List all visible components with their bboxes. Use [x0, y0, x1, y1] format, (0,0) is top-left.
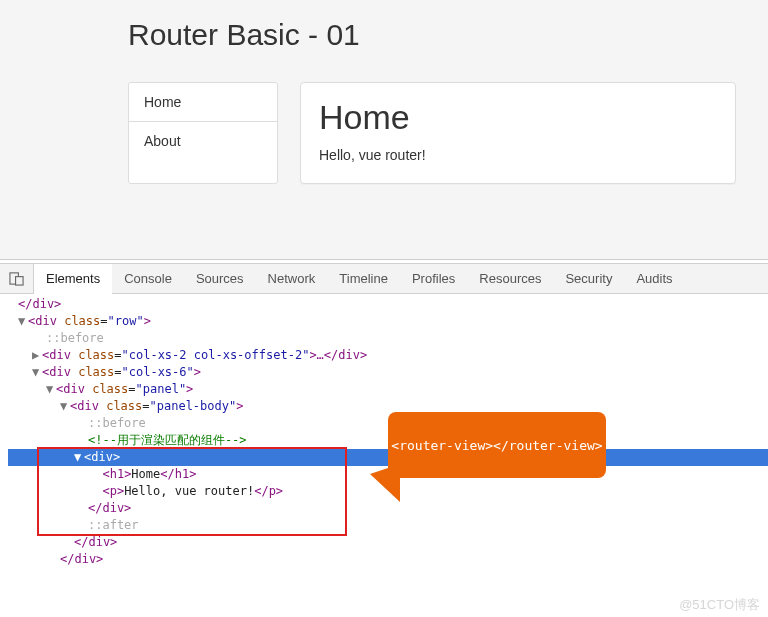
annotation-callout: <router-view></router-view>: [388, 412, 606, 478]
nav-item-about[interactable]: About: [129, 122, 277, 160]
dom-pseudo: ::after: [8, 517, 768, 534]
callout-text: <router-view></router-view>: [391, 437, 602, 454]
svg-rect-1: [16, 277, 24, 285]
devtools-tabs: Elements Console Sources Network Timelin…: [0, 264, 768, 294]
tab-console[interactable]: Console: [112, 264, 184, 294]
tab-resources[interactable]: Resources: [467, 264, 553, 294]
dom-node: ▼<div class="panel-body">: [8, 398, 768, 415]
dom-node: ▶<div class="col-xs-2 col-xs-offset-2">……: [8, 347, 768, 364]
dom-node: ▼<div class="row">: [8, 313, 768, 330]
tab-profiles[interactable]: Profiles: [400, 264, 467, 294]
devtools-panel: Elements Console Sources Network Timelin…: [0, 259, 768, 617]
page-title: Router Basic - 01: [128, 18, 768, 52]
panel-heading: Home: [319, 98, 717, 137]
tab-timeline[interactable]: Timeline: [327, 264, 400, 294]
tab-security[interactable]: Security: [553, 264, 624, 294]
watermark: @51CTO博客: [679, 596, 760, 614]
dom-node: ▼<div class="panel">: [8, 381, 768, 398]
nav-item-home[interactable]: Home: [129, 83, 277, 122]
tab-audits[interactable]: Audits: [624, 264, 684, 294]
router-view-panel: Home Hello, vue router!: [300, 82, 736, 184]
device-toggle-icon[interactable]: [0, 264, 34, 294]
dom-node: </div>: [8, 551, 768, 568]
dom-pseudo: ::before: [8, 330, 768, 347]
panel-text: Hello, vue router!: [319, 147, 717, 163]
dom-node: </div>: [8, 500, 768, 517]
tab-elements[interactable]: Elements: [34, 264, 112, 294]
dom-node: ▼<div class="col-xs-6">: [8, 364, 768, 381]
tab-sources[interactable]: Sources: [184, 264, 256, 294]
dom-tree[interactable]: </div> ▼<div class="row"> ::before ▶<div…: [0, 294, 768, 568]
page-viewport: Router Basic - 01 Home About Home Hello,…: [0, 0, 768, 259]
nav-list: Home About: [128, 82, 278, 184]
dom-node: </div>: [8, 534, 768, 551]
tab-network[interactable]: Network: [256, 264, 328, 294]
content-row: Home About Home Hello, vue router!: [128, 82, 768, 184]
dom-node: </div>: [8, 296, 768, 313]
